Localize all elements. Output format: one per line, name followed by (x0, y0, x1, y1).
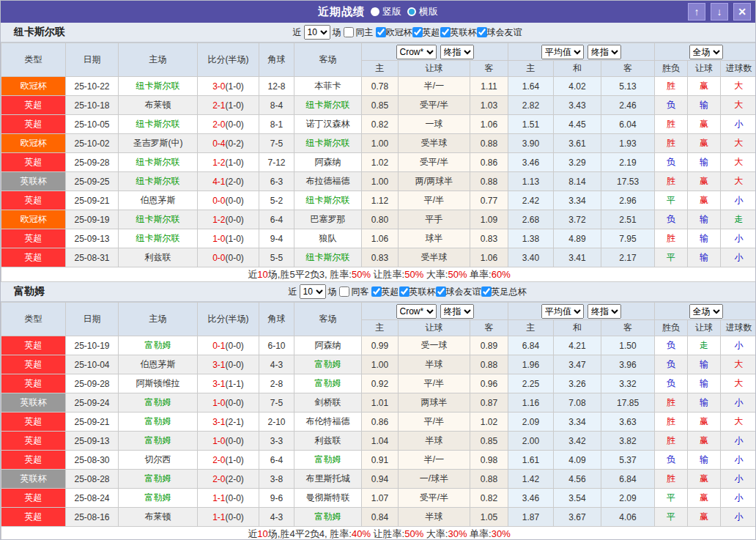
scope-select[interactable]: 全场 (689, 45, 723, 59)
header-select-row: 类型日期主场比分(半场)角球客场Crow*终指平均值终指全场 (1, 303, 756, 320)
view-radio-vertical[interactable]: 竖版 (371, 5, 401, 18)
same-venue-checkbox[interactable] (344, 27, 354, 37)
match-date: 25-08-30 (66, 451, 119, 470)
league-checkbox-0[interactable] (376, 27, 386, 37)
league-filter[interactable]: 英超 (412, 26, 440, 39)
crow-away-odds: 0.89 (470, 336, 508, 355)
result-outcome: 胜 (655, 115, 688, 134)
crow-home-odds: 0.94 (362, 470, 399, 489)
league-checkbox-3[interactable] (477, 27, 487, 37)
away-team: 富勒姆 (294, 374, 362, 393)
corners: 8-4 (259, 96, 294, 115)
league-badge: 英超 (1, 248, 66, 267)
league-filter[interactable]: 球会友谊 (436, 286, 481, 298)
full-time-score: 3-1 (212, 417, 225, 427)
move-down-button[interactable]: ↓ (711, 3, 728, 21)
score: 1-1(0-0) (198, 489, 259, 508)
avg-away-odds: 4.06 (601, 508, 655, 527)
league-checkbox-1[interactable] (412, 27, 423, 37)
summary-segment: 近 (248, 528, 257, 539)
avg-draw-odds: 3.42 (554, 432, 601, 451)
crow-home-odds: 1.00 (362, 172, 399, 191)
corners: 4-3 (259, 508, 294, 527)
radio-selected-icon[interactable] (371, 7, 379, 16)
crow-home-odds: 0.78 (362, 77, 399, 96)
league-filter[interactable]: 欧冠杯 (376, 26, 412, 39)
odds-final-select[interactable]: 终指 (440, 304, 474, 319)
match-count-select[interactable]: 10 (304, 25, 330, 40)
score: 2-1(1-0) (198, 96, 259, 115)
home-team: 纽卡斯尔联 (119, 153, 198, 172)
league-badge: 欧冠杯 (1, 210, 66, 229)
column-subheader: 让球 (399, 320, 470, 336)
summary-segment: 让胜率: (371, 528, 404, 539)
league-checkbox-1[interactable] (399, 286, 410, 297)
result-handicap: 赢 (688, 413, 721, 432)
league-checkbox-0[interactable] (371, 286, 382, 297)
league-filter[interactable]: 球会友谊 (477, 26, 522, 39)
match-date: 25-09-28 (66, 153, 119, 172)
result-handicap: 赢 (688, 115, 721, 134)
close-button[interactable]: ✕ (733, 3, 751, 21)
column-subheader: 客 (601, 61, 655, 77)
avg-final-select[interactable]: 终指 (588, 45, 621, 59)
avg-draw-odds: 3.47 (554, 355, 601, 374)
crow-away-odds: 1.06 (470, 115, 508, 134)
matches-table: 类型日期主场比分(半场)角球客场Crow*终指平均值终指全场主让球客主和客胜负让… (1, 42, 756, 282)
match-row: 英超25-10-04伯恩茅斯3-1(0-0)4-3富勒姆1.00半球0.881.… (1, 355, 756, 374)
match-count-select[interactable]: 10 (300, 284, 326, 299)
odds-company-select[interactable]: Crow* (396, 45, 437, 59)
league-filter[interactable]: 英联杯 (440, 26, 477, 39)
league-checkbox-2[interactable] (440, 27, 451, 37)
close-icon: ✕ (738, 6, 746, 18)
league-filter[interactable]: 英足总杯 (481, 286, 527, 298)
crow-handicap: 平/半 (399, 413, 470, 432)
match-date: 25-10-19 (66, 336, 119, 355)
crow-away-odds: 1.11 (470, 77, 508, 96)
move-up-button[interactable]: ↑ (688, 3, 705, 21)
result-handicap: 输 (688, 374, 721, 393)
odds-group-header: 平均值终指 (508, 303, 655, 320)
crow-away-odds: 0.86 (470, 153, 508, 172)
away-team: 巴塞罗那 (294, 210, 362, 229)
crow-handicap: 半/一 (399, 77, 470, 96)
league-badge: 英超 (1, 355, 66, 374)
avg-away-odds: 2.46 (601, 96, 655, 115)
league-checkbox-2[interactable] (436, 286, 446, 297)
avg-final-select[interactable]: 终指 (588, 304, 621, 319)
home-team: 富勒姆 (119, 432, 198, 451)
avg-away-odds: 1.93 (601, 134, 655, 153)
view-radio-horizontal[interactable]: 横版 (407, 5, 438, 18)
league-badge: 英超 (1, 413, 66, 432)
summary-segment: 30% (492, 528, 511, 539)
league-checkbox-3[interactable] (481, 286, 492, 297)
column-header: 比分(半场) (198, 43, 259, 77)
scope-select[interactable]: 全场 (689, 304, 723, 319)
avg-draw-odds: 4.09 (554, 451, 601, 470)
match-date: 25-08-31 (66, 248, 119, 267)
odds-group-header: 全场 (655, 303, 756, 320)
avg-source-select[interactable]: 平均值 (541, 45, 584, 59)
odds-company-select[interactable]: Crow* (396, 304, 437, 319)
avg-source-select[interactable]: 平均值 (541, 304, 584, 319)
league-filter-label: 英联杯 (410, 286, 436, 298)
same-venue-checkbox[interactable] (339, 286, 349, 297)
corners: 7-5 (259, 393, 294, 413)
league-filter[interactable]: 英联杯 (399, 286, 436, 298)
score: 3-0(1-0) (198, 77, 259, 96)
half-time-score: (0-0) (226, 215, 244, 225)
match-row: 英超25-08-16布莱顿1-1(0-0)4-3富勒姆0.84半球1.051.8… (1, 508, 756, 527)
result-handicap: 输 (688, 229, 721, 248)
score: 0-0(0-0) (198, 191, 259, 210)
radio-unselected-icon[interactable] (407, 7, 416, 16)
section-filter-bar: 富勒姆 近 10 场 同客 英超英联杯球会友谊英足总杯 (1, 282, 755, 302)
column-subheader: 让球 (688, 320, 721, 336)
odds-final-select[interactable]: 终指 (440, 45, 474, 59)
crow-home-odds: 0.83 (362, 248, 399, 267)
league-filter[interactable]: 英超 (371, 286, 399, 298)
full-time-score: 2-0 (212, 474, 225, 484)
column-subheader: 进球数 (721, 320, 756, 336)
summary-segment: 60% (492, 269, 511, 280)
away-team: 富勒姆 (294, 508, 362, 527)
result-handicap: 赢 (688, 489, 721, 508)
